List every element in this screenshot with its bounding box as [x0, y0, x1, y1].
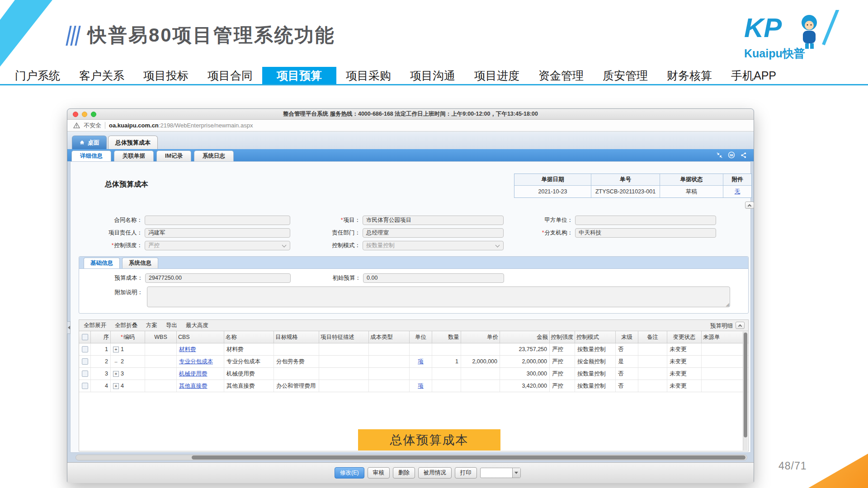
grid-row[interactable]: 2 –2 专业分包成本 专业分包成本 分包劳务费 项 1 2,000,000 2… [79, 356, 748, 368]
initial-budget-input[interactable]: 0.00 [363, 273, 504, 283]
col-code[interactable]: *编码 [111, 331, 145, 343]
note-textarea[interactable]: ◢ [147, 286, 730, 307]
tab-system-info[interactable]: 系统信息 [122, 258, 158, 268]
expand-icon[interactable]: + [113, 347, 119, 352]
col-name[interactable]: 名称 [224, 331, 274, 343]
expand-icon[interactable]: + [113, 383, 119, 389]
delete-button[interactable]: 删除 [393, 467, 415, 479]
col-change-status[interactable]: 变更状态 [667, 331, 702, 343]
row-checkbox[interactable] [82, 346, 88, 352]
grid-row[interactable]: 1 +1 材料费 材料费 23,757,250 严控 按数量控制 否 [79, 343, 748, 356]
tab-desktop[interactable]: 桌面 [72, 136, 107, 149]
nav-item-finance[interactable]: 财务核算 [657, 67, 722, 84]
cbs-link[interactable]: 其他直接费 [179, 382, 208, 390]
print-button[interactable]: 打印 [455, 467, 477, 479]
im-icon[interactable]: IM [728, 151, 735, 159]
nav-item-communication[interactable]: 项目沟通 [401, 67, 465, 84]
max-height-button[interactable]: 最大高度 [186, 322, 208, 329]
collapse-header-button[interactable] [745, 202, 754, 209]
col-amount[interactable]: 金额 [500, 331, 550, 343]
col-remark[interactable]: 备注 [638, 331, 667, 343]
horizontal-scrollbar[interactable] [75, 455, 747, 460]
zoom-button[interactable] [91, 112, 96, 117]
close-button[interactable] [73, 112, 78, 117]
row-checkbox[interactable] [82, 358, 88, 365]
export-button[interactable]: 导出 [166, 322, 177, 329]
tab-system-log[interactable]: 系统日志 [194, 150, 234, 161]
info-header-attachment: 附件 [723, 174, 751, 186]
url-text: oa.kuaipu.com.cn:2198/WebEnterprise/newm… [109, 122, 253, 129]
unit-link[interactable]: 项 [418, 382, 424, 390]
scheme-button[interactable]: 方案 [146, 322, 157, 329]
address-bar[interactable]: 不安全 oa.kuaipu.com.cn:2198/WebEnterprise/… [67, 120, 754, 131]
col-leaf[interactable]: 末级 [616, 331, 638, 343]
minimize-button[interactable] [82, 112, 87, 117]
select-all-checkbox[interactable] [82, 334, 88, 340]
nav-item-budget[interactable]: 项目预算 [262, 67, 336, 84]
nav-item-mobile-app[interactable]: 手机APP [722, 67, 786, 84]
modify-button[interactable]: 修改(E) [335, 467, 364, 479]
nav-item-funds[interactable]: 资金管理 [529, 67, 593, 84]
col-wbs[interactable]: WBS [145, 331, 177, 343]
nav-item-quality[interactable]: 质安管理 [593, 67, 657, 84]
tab-detail-info[interactable]: 详细信息 [71, 150, 111, 161]
branch-input[interactable]: 中天科技 [575, 228, 716, 238]
row-checkbox[interactable] [82, 383, 88, 389]
col-price[interactable]: 单价 [461, 331, 500, 343]
unit-link[interactable]: 项 [418, 358, 424, 366]
tab-related-docs[interactable]: 关联单据 [114, 150, 154, 161]
nav-item-contract[interactable]: 项目合同 [198, 67, 262, 84]
grid-vertical-scrollbar[interactable] [743, 332, 748, 450]
row-checkbox[interactable] [82, 371, 88, 377]
manager-input[interactable]: 冯建军 [145, 228, 290, 238]
attachment-link[interactable]: 无 [735, 188, 741, 196]
control-mode-select[interactable]: 按数量控制 [363, 241, 504, 250]
control-strength-select[interactable]: 严控 [145, 241, 290, 250]
usage-button[interactable]: 被用情况 [418, 467, 452, 479]
party-a-input[interactable] [575, 216, 716, 225]
project-input[interactable]: 市民体育公园项目 [363, 216, 504, 225]
cbs-link[interactable]: 材料费 [179, 346, 196, 353]
tab-basic-info[interactable]: 基础信息 [84, 258, 120, 268]
col-qty[interactable]: 数量 [432, 331, 461, 343]
grid-row[interactable]: 4 +4 其他直接费 其他直接费 办公和管理费用 项 3,420,000 严控 … [79, 380, 748, 392]
tab-im-records[interactable]: IM记录 [156, 150, 191, 161]
expand-icon[interactable]: + [113, 371, 119, 377]
col-mode[interactable]: 控制模式 [575, 331, 616, 343]
cbs-link[interactable]: 机械使用费 [179, 370, 208, 378]
nav-item-crm[interactable]: 客户关系 [70, 67, 134, 84]
nav-item-bidding[interactable]: 项目投标 [134, 67, 198, 84]
doc-date: 2021-10-23 [514, 186, 591, 197]
nav-item-procurement[interactable]: 项目采购 [336, 67, 401, 84]
expand-all-button[interactable]: 全部展开 [84, 322, 106, 329]
chevron-down-icon [282, 243, 287, 247]
resize-handle-icon[interactable]: ◢ [726, 302, 729, 307]
audit-button[interactable]: 审核 [368, 467, 390, 479]
grid-row[interactable]: 3 +3 机械使用费 机械使用费 300,000 严控 按数量控制 否 [79, 368, 748, 380]
cbs-link[interactable]: 专业分包成本 [179, 358, 213, 366]
contract-name-input[interactable] [145, 216, 290, 225]
collapse-all-button[interactable]: 全部折叠 [115, 322, 137, 329]
control-mode-label: 控制模式： [295, 242, 363, 249]
info-header-status: 单据状态 [660, 174, 723, 186]
tab-overall-budget-cost[interactable]: 总体预算成本 [108, 136, 158, 149]
col-source[interactable]: 来源单 [702, 331, 741, 343]
nav-item-progress[interactable]: 项目进度 [465, 67, 529, 84]
nav-item-portal[interactable]: 门户系统 [5, 67, 70, 84]
collapse-icon[interactable] [716, 152, 723, 159]
col-strength[interactable]: 控制强度 [550, 331, 575, 343]
share-icon[interactable] [740, 152, 747, 159]
col-unit[interactable]: 单位 [410, 331, 432, 343]
col-spec[interactable]: 目标规格 [274, 331, 319, 343]
col-cbs[interactable]: CBS [177, 331, 224, 343]
doc-title: 总体预算成本 [105, 180, 148, 189]
panel-collapse-handle[interactable] [67, 321, 71, 334]
col-cost-type[interactable]: 成本类型 [369, 331, 410, 343]
dept-input[interactable]: 总经理室 [363, 228, 504, 238]
col-feature[interactable]: 项目特征描述 [319, 331, 369, 343]
collapse-grid-button[interactable] [736, 322, 745, 329]
col-seq[interactable]: 序 [91, 331, 111, 343]
more-actions-dropdown[interactable] [480, 468, 521, 478]
budget-cost-input[interactable]: 29477250.00 [145, 273, 291, 283]
budget-cost-label: 预算成本： [79, 274, 145, 282]
